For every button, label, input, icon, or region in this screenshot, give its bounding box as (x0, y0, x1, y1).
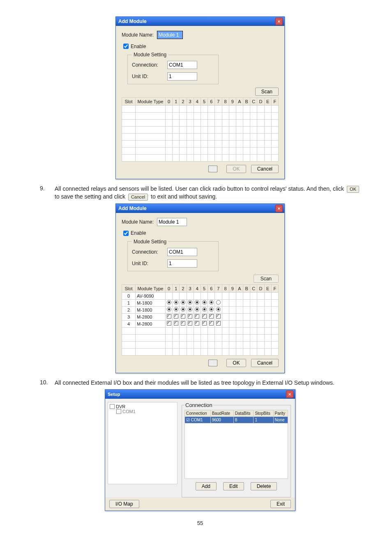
relay-radio[interactable] (174, 300, 178, 305)
channel-cell[interactable] (187, 299, 194, 306)
exit-button[interactable]: Exit (270, 500, 291, 508)
close-icon[interactable]: × (275, 18, 283, 25)
relay-checkbox[interactable] (216, 314, 221, 319)
channel-cell[interactable] (201, 306, 208, 313)
relay-checkbox[interactable] (202, 321, 207, 326)
relay-checkbox[interactable] (188, 314, 192, 319)
relay-radio[interactable] (202, 307, 207, 312)
channel-cell[interactable] (215, 299, 222, 306)
relay-radio[interactable] (181, 307, 185, 312)
empty-cell (271, 120, 278, 127)
delete-button[interactable]: Delete (251, 482, 277, 490)
close-icon[interactable]: × (275, 205, 283, 212)
relay-radio[interactable] (195, 307, 199, 312)
unitid-input[interactable] (167, 259, 197, 268)
relay-checkbox[interactable] (209, 314, 214, 319)
scan-button[interactable]: Scan (255, 88, 279, 96)
channel-cell[interactable] (180, 306, 187, 313)
relay-radio[interactable] (174, 307, 178, 312)
channel-cell[interactable] (187, 320, 194, 327)
relay-checkbox[interactable] (181, 314, 185, 319)
channel-cell[interactable] (187, 306, 194, 313)
relay-radio[interactable] (167, 300, 171, 305)
relay-checkbox[interactable] (174, 314, 178, 319)
relay-checkbox[interactable] (174, 321, 178, 326)
channel-cell[interactable] (194, 299, 201, 306)
device-tree[interactable]: DVR COM1 (108, 402, 178, 484)
channel-cell[interactable] (166, 306, 173, 313)
empty-cell (208, 341, 215, 348)
channel-cell[interactable] (208, 306, 215, 313)
cancel-button[interactable]: Cancel (251, 359, 279, 367)
channel-cell[interactable] (166, 299, 173, 306)
channel-cell[interactable] (187, 313, 194, 320)
module-name-input[interactable] (157, 31, 183, 39)
relay-radio[interactable] (209, 300, 214, 305)
relay-checkbox[interactable] (195, 314, 199, 319)
relay-radio[interactable] (216, 300, 221, 305)
edit-button[interactable]: Edit (223, 482, 244, 490)
cancel-button[interactable]: Cancel (251, 165, 279, 173)
channel-cell[interactable] (215, 313, 222, 320)
channel-cell[interactable] (166, 313, 173, 320)
relay-checkbox[interactable] (209, 321, 214, 326)
relay-radio[interactable] (188, 300, 192, 305)
channel-cell[interactable] (194, 313, 201, 320)
module-name-input[interactable] (157, 218, 187, 226)
keyboard-icon[interactable] (208, 360, 217, 366)
tree-com[interactable]: COM1 (116, 409, 175, 414)
empty-cell (136, 106, 166, 113)
tree-root[interactable]: DVR (110, 404, 175, 409)
channel-cell[interactable] (208, 320, 215, 327)
connection-input[interactable] (167, 248, 197, 256)
connection-input[interactable] (167, 61, 197, 69)
add-button[interactable]: Add (196, 482, 217, 490)
relay-radio[interactable] (216, 307, 221, 312)
channel-cell[interactable] (166, 320, 173, 327)
channel-cell (250, 292, 257, 299)
channel-cell[interactable] (173, 313, 180, 320)
relay-checkbox[interactable] (195, 321, 199, 326)
channel-cell[interactable] (173, 299, 180, 306)
relay-checkbox[interactable] (167, 314, 171, 319)
relay-checkbox[interactable] (216, 321, 221, 326)
channel-cell[interactable] (194, 320, 201, 327)
relay-radio[interactable] (181, 300, 185, 305)
channel-cell[interactable] (201, 299, 208, 306)
relay-radio[interactable] (202, 300, 207, 305)
channel-cell[interactable] (201, 320, 208, 327)
channel-cell[interactable] (173, 320, 180, 327)
relay-radio[interactable] (167, 307, 171, 312)
close-icon[interactable]: × (286, 391, 293, 398)
iomap-button[interactable]: I/O Map (109, 500, 139, 508)
channel-cell[interactable] (201, 313, 208, 320)
column-header: 0 (166, 98, 173, 106)
ok-button[interactable]: OK (226, 359, 246, 367)
channel-cell[interactable] (180, 320, 187, 327)
scan-button[interactable]: Scan (254, 275, 279, 283)
enable-checkbox[interactable] (123, 231, 129, 236)
channel-cell[interactable] (180, 299, 187, 306)
channel-cell[interactable] (194, 306, 201, 313)
channel-cell[interactable] (208, 299, 215, 306)
keyboard-icon[interactable] (208, 166, 217, 172)
relay-checkbox[interactable] (202, 314, 207, 319)
relay-checkbox[interactable] (188, 321, 192, 326)
channel-cell[interactable] (180, 313, 187, 320)
channel-cell[interactable] (208, 313, 215, 320)
channel-cell[interactable] (173, 306, 180, 313)
empty-cell (229, 155, 236, 162)
relay-radio[interactable] (195, 300, 199, 305)
relay-radio[interactable] (188, 307, 192, 312)
empty-cell (257, 134, 264, 141)
relay-checkbox[interactable] (181, 321, 185, 326)
enable-checkbox[interactable] (123, 44, 129, 49)
empty-cell (236, 348, 243, 355)
relay-checkbox[interactable] (167, 321, 171, 326)
relay-radio[interactable] (209, 307, 214, 312)
channel-cell[interactable] (215, 320, 222, 327)
ok-button[interactable]: OK (226, 165, 246, 173)
unitid-input[interactable] (167, 72, 197, 81)
connection-row[interactable]: ☑ COM1960081None (185, 416, 288, 423)
channel-cell[interactable] (215, 306, 222, 313)
